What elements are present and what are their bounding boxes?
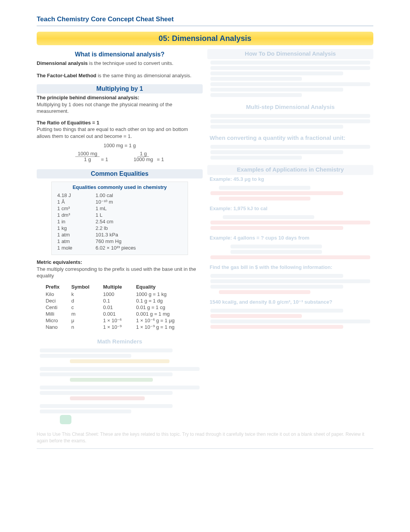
section-head-multistep: Multi-step Dimensional Analysis <box>207 102 373 112</box>
example-title-3: Example: 4 gallons = ? cups 10 days from <box>207 234 373 243</box>
table-row: 1 in2.54 cm <box>56 219 183 224</box>
divider <box>37 25 373 26</box>
equation-equality: 1000 mg = 1 g <box>37 143 203 148</box>
table-row: Centic0.010.01 g = 1 cg <box>44 304 195 310</box>
divider <box>37 448 373 449</box>
table-row: Millim0.0010.001 g = 1 mg <box>44 311 195 317</box>
table-row: 1 mole6.02 × 10²³ pieces <box>56 245 183 251</box>
para-ratio: The Ratio of Equalities = 1 Putting two … <box>37 119 203 141</box>
table-row: 1 dm³1 L <box>56 212 183 218</box>
table-row: 1 cm³1 mL <box>56 206 183 211</box>
table-row: 1 kg2.2 lb <box>56 225 183 231</box>
left-column: What is dimensional analysis? Dimensiona… <box>37 49 203 424</box>
prefix-table: Prefix Symbol Multiple Equality Kilok100… <box>43 282 196 331</box>
metric-equivalents: Metric equivalents: The multiply corresp… <box>37 258 203 280</box>
footer-hint: How to Use This Cheat Sheet: These are t… <box>37 431 373 444</box>
section-head-common-eq: Common Equalities <box>37 169 203 178</box>
example-title-4: Find the gas bill in $ with the followin… <box>207 263 373 272</box>
example-title-1: Example: 45.3 μg to kg <box>207 175 373 184</box>
term-dimensional: Dimensional analysis <box>37 60 88 66</box>
example-title-2: Example: 1,975 kJ to cal <box>207 204 373 214</box>
table-row: 1 Å10⁻¹⁰ m <box>56 199 183 205</box>
section-head-math-reminders: Math Reminders <box>37 337 203 347</box>
para-dimensional: Dimensional analysis is the technique us… <box>37 59 203 68</box>
page-title: 05: Dimensional Analysis <box>37 32 373 45</box>
para-factor-label: The Factor-Label Method is the same thin… <box>37 71 203 80</box>
section-math-reminders: Math Reminders <box>37 337 203 424</box>
fraction-row: 1000 mg 1 g = 1 1 g 1000 mg = 1 <box>37 151 203 162</box>
table-row: 4.18 J1.00 cal <box>56 192 183 198</box>
brand-title: Teach Chemistry Core Concept Cheat Sheet <box>37 15 373 23</box>
table-row: Microμ1 × 10⁻⁶1 × 10⁻⁶ g = 1 μg <box>44 318 195 323</box>
equalities-table: Equalities commonly used in chemistry 4.… <box>51 182 188 255</box>
section-head-how-to: How To Do Dimensional Analysis <box>207 49 373 59</box>
para-principle: The principle behind dimensional analysi… <box>37 93 203 116</box>
equalities-table-title: Equalities commonly used in chemistry <box>55 184 184 190</box>
section-head-fractional: When converting a quantity with a fracti… <box>207 133 373 143</box>
table-row: Decid0.10.1 g = 1 dg <box>44 298 195 304</box>
section-head-examples: Examples of Applications in Chemistry <box>207 165 373 175</box>
table-row: Nanon1 × 10⁻⁹1 × 10⁻⁹ g = 1 ng <box>44 324 195 330</box>
example-title-5: 1540 kcal/g, and density 8.0 g/cm³, 10⁻³… <box>207 298 373 307</box>
section-head-what-is: What is dimensional analysis? <box>37 50 203 59</box>
right-column: How To Do Dimensional Analysis Multi-ste… <box>207 49 373 424</box>
table-row: 1 atm760 mm Hg <box>56 238 183 244</box>
table-row: 1 atm101.3 kPa <box>56 232 183 238</box>
term-factor-label: The Factor-Label Method <box>37 73 97 78</box>
table-row: Kilok10001000 g = 1 kg <box>44 291 195 297</box>
section-head-multiplying: Multiplying by 1 <box>37 84 203 93</box>
